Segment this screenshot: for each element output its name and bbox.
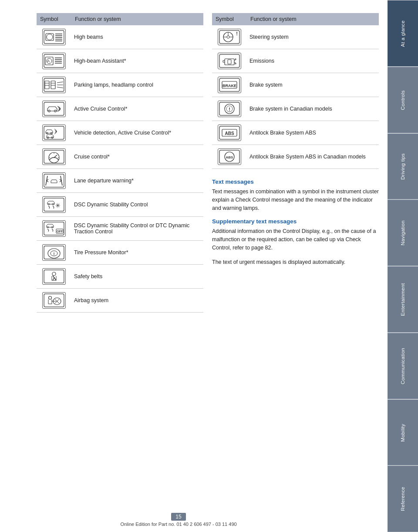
- table-row: ABS Antilock Brake System ABS: [212, 121, 379, 145]
- right-sidebar: At a glance Controls Driving tips Naviga…: [388, 0, 418, 532]
- svg-text:!: !: [236, 31, 238, 36]
- svg-rect-0: [44, 30, 64, 44]
- text-messages-body: Text messages in combination with a symb…: [212, 188, 379, 212]
- function-label: Lane departure warning*: [71, 169, 203, 193]
- function-label: Brake system: [247, 73, 379, 97]
- svg-text:ABS: ABS: [226, 155, 234, 159]
- table-row: ABS Antilock Brake System ABS in Canadia…: [212, 145, 379, 169]
- supplementary-body2: The text of urgent messages is displayed…: [212, 258, 379, 266]
- function-label: Brake system in Canadian models: [247, 97, 379, 121]
- main-content: Symbol Function or system: [0, 0, 388, 532]
- table-row: Airbag system: [37, 289, 203, 313]
- function-label: Steering system: [247, 25, 379, 49]
- symbol-cell: [37, 73, 71, 97]
- sidebar-tab-mobility[interactable]: Mobility: [388, 399, 418, 466]
- function-label: Airbag system: [71, 289, 203, 313]
- sidebar-tab-driving-tips[interactable]: Driving tips: [388, 133, 418, 200]
- svg-text:A: A: [47, 59, 50, 63]
- two-column-layout: Symbol Function or system: [37, 13, 379, 313]
- function-label: Parking lamps, headlamp control: [71, 73, 203, 97]
- symbol-cell: ABS: [212, 145, 247, 169]
- safety-belts-icon: [43, 269, 65, 284]
- table-row: High beams: [37, 25, 203, 49]
- sidebar-tab-at-a-glance[interactable]: At a glance: [388, 0, 418, 67]
- table-row: BRAKE Brake system: [212, 73, 379, 97]
- cruise-control-icon: [43, 149, 65, 164]
- supplementary-text1: Additional information on the Control Di…: [212, 228, 376, 251]
- left-col-function-header: Function or system: [71, 13, 203, 25]
- svg-rect-1: [46, 34, 54, 40]
- footer-copyright: Online Edition for Part no. 01 40 2 606 …: [0, 522, 357, 527]
- text-messages-section: Text messages Text messages in combinati…: [212, 178, 379, 266]
- sidebar-tab-reference[interactable]: Reference: [388, 465, 418, 532]
- high-beams-icon: [43, 30, 65, 44]
- left-column: Symbol Function or system: [37, 13, 203, 313]
- parking-lamps-icon: [43, 77, 65, 92]
- svg-point-2: [47, 34, 53, 40]
- symbol-cell: [37, 265, 71, 289]
- function-label: Antilock Brake System ABS in Canadian mo…: [247, 145, 379, 169]
- function-label: Emissions: [247, 49, 379, 73]
- lane-departure-icon: [43, 173, 65, 188]
- table-row: Vehicle detection, Active Cruise Control…: [37, 121, 203, 145]
- function-label: High-beam Assistant*: [71, 49, 203, 73]
- sidebar-tab-communication[interactable]: Communication: [388, 333, 418, 399]
- right-symbol-table: Symbol Function or system: [212, 13, 379, 169]
- steering-icon: !: [219, 30, 240, 44]
- symbol-cell: ✳: [37, 193, 71, 217]
- table-row: Cruise control*: [37, 145, 203, 169]
- table-row: OFF DSC Dynamic Stability Control or DTC…: [37, 217, 203, 241]
- symbol-cell: BRAKE: [212, 73, 247, 97]
- brake-icon: BRAKE: [219, 77, 240, 92]
- symbol-cell: [37, 121, 71, 145]
- text-messages-title: Text messages: [212, 178, 379, 185]
- svg-text:ABS: ABS: [225, 131, 234, 136]
- page-number-box: 15: [0, 513, 357, 522]
- svg-point-57: [52, 272, 56, 276]
- symbol-cell: [212, 49, 247, 73]
- left-col-symbol-header: Symbol: [37, 13, 71, 25]
- symbol-cell: A: [37, 49, 71, 73]
- svg-rect-26: [44, 102, 64, 115]
- function-label: High beams: [71, 25, 203, 49]
- table-row: Emissions: [212, 49, 379, 73]
- supplementary-title: Supplementary text messages: [212, 218, 379, 225]
- symbol-cell: ABS: [212, 121, 247, 145]
- table-row: Safety belts: [37, 265, 203, 289]
- sidebar-tab-navigation[interactable]: Navigation: [388, 199, 418, 266]
- symbol-cell: !: [212, 25, 247, 49]
- dsc-icon: ✳: [43, 197, 65, 212]
- table-row: Lane departure warning*: [37, 169, 203, 193]
- symbol-cell: OFF: [37, 217, 71, 241]
- function-label: Safety belts: [71, 265, 203, 289]
- svg-text:!: !: [54, 252, 55, 256]
- function-label: DSC Dynamic Stability Control or DTC Dyn…: [71, 217, 203, 241]
- tire-pressure-icon: !: [43, 245, 65, 260]
- sidebar-tab-entertainment[interactable]: Entertainment: [388, 266, 418, 333]
- table-row: A High-beam Assistant*: [37, 49, 203, 73]
- svg-rect-74: [228, 60, 231, 64]
- table-row: ✳ DSC Dynamic Stability Control: [37, 193, 203, 217]
- svg-point-67: [227, 36, 229, 38]
- left-symbol-table: Symbol Function or system: [37, 13, 203, 313]
- right-col-function-header: Function or system: [247, 13, 379, 25]
- dsc-off-icon: OFF: [43, 221, 65, 236]
- symbol-cell: [37, 97, 71, 121]
- brake-canada-icon: !: [219, 101, 240, 116]
- function-label: Vehicle detection, Active Cruise Control…: [71, 121, 203, 145]
- svg-rect-72: [219, 54, 239, 67]
- airbag-icon: [43, 293, 65, 308]
- page-layout: Symbol Function or system: [0, 0, 418, 532]
- svg-line-23: [57, 82, 63, 83]
- table-row: Active Cruise Control*: [37, 97, 203, 121]
- function-label: Cruise control*: [71, 145, 203, 169]
- sidebar-tab-controls[interactable]: Controls: [388, 67, 418, 133]
- svg-rect-17: [45, 81, 49, 89]
- vehicle-detection-icon: [43, 125, 65, 140]
- svg-text:OFF: OFF: [57, 230, 63, 233]
- function-label: DSC Dynamic Stability Control: [71, 193, 203, 217]
- abs-canada-icon: ABS: [219, 149, 240, 164]
- svg-point-61: [49, 296, 52, 300]
- high-beam-assistant-icon: A: [43, 54, 65, 68]
- svg-text:BRAKE: BRAKE: [222, 84, 236, 88]
